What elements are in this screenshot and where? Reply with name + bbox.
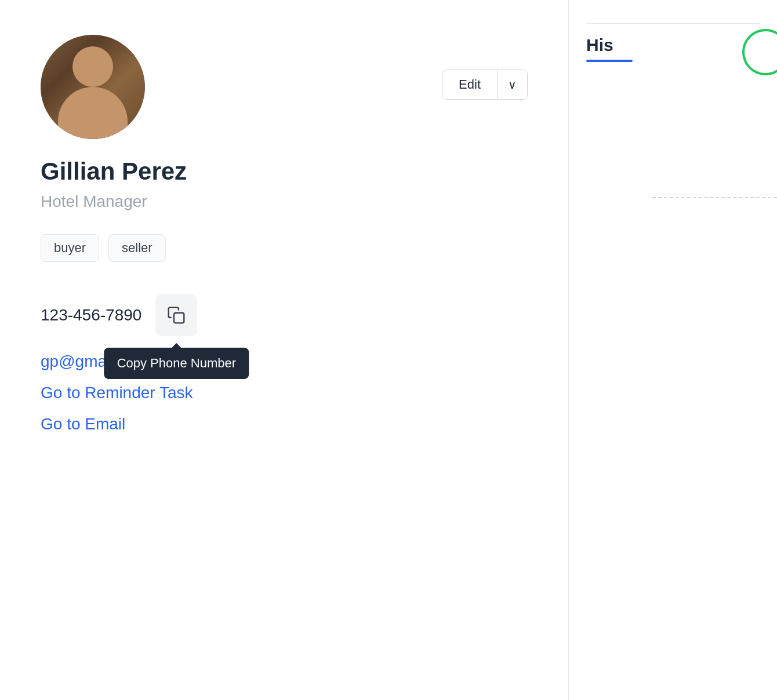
header-row: Edit ∨: [41, 35, 528, 158]
edit-button-group: Edit ∨: [442, 70, 528, 100]
left-panel: Edit ∨ Gillian Perez Hotel Manager buyer…: [0, 0, 568, 700]
copy-icon: [167, 306, 186, 325]
contact-name: Gillian Perez: [41, 158, 528, 185]
phone-number: 123-456-7890: [41, 306, 141, 325]
avatar-image: [41, 35, 145, 139]
right-panel-tab-indicator: [586, 60, 633, 62]
svg-rect-0: [174, 313, 184, 323]
dotted-line: [652, 197, 777, 198]
tags-row: buyer seller: [41, 234, 528, 262]
phone-row: 123-456-7890 Copy Phone Number: [41, 294, 528, 336]
email-action-link[interactable]: Go to Email: [41, 415, 528, 433]
contact-role: Hotel Manager: [41, 192, 528, 211]
right-panel: His: [568, 0, 777, 700]
avatar-container: [41, 35, 145, 139]
header-actions: Edit ∨: [442, 70, 528, 100]
right-panel-divider: [586, 23, 760, 24]
contact-info: 123-456-7890 Copy Phone Number gp@gmail.…: [41, 294, 528, 433]
tag-buyer: buyer: [41, 234, 99, 262]
chevron-down-button[interactable]: ∨: [498, 70, 527, 99]
copy-phone-button[interactable]: [155, 294, 197, 336]
copy-button-wrapper: Copy Phone Number: [155, 294, 197, 336]
right-panel-title: His: [586, 35, 760, 55]
edit-button[interactable]: Edit: [442, 70, 498, 99]
copy-phone-tooltip: Copy Phone Number: [104, 348, 249, 379]
tag-seller: seller: [108, 234, 166, 262]
page-container: Edit ∨ Gillian Perez Hotel Manager buyer…: [0, 0, 777, 700]
avatar: [41, 35, 145, 139]
reminder-task-link[interactable]: Go to Reminder Task: [41, 384, 528, 402]
